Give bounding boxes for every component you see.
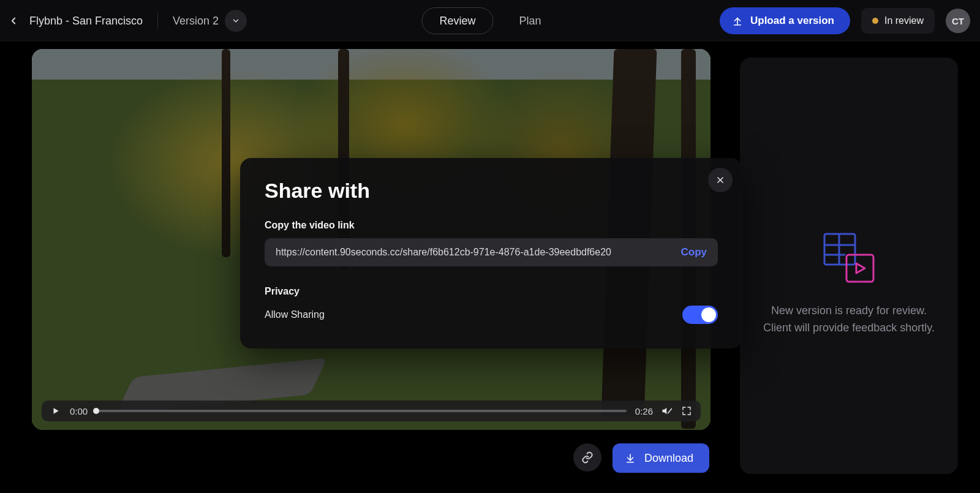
status-dot-icon xyxy=(872,18,878,24)
upload-version-button[interactable]: Upload a version xyxy=(720,7,850,34)
copy-button[interactable]: Copy xyxy=(681,246,707,258)
avatar[interactable]: CT xyxy=(946,9,970,33)
tab-review[interactable]: Review xyxy=(421,7,493,34)
review-message-line: Client will provide feedback shortly. xyxy=(763,320,935,337)
chevron-down-icon xyxy=(232,17,240,25)
review-illustration xyxy=(821,229,877,285)
privacy-heading: Privacy xyxy=(265,286,718,297)
app-header: Flybnb - San Francisco Version 2 Review … xyxy=(0,0,980,42)
share-modal: Share with Copy the video link https://c… xyxy=(240,158,742,348)
avatar-initials: CT xyxy=(952,16,964,26)
play-button[interactable] xyxy=(50,405,61,416)
chevron-left-icon xyxy=(8,15,19,26)
share-link-button[interactable] xyxy=(573,443,601,472)
svg-marker-12 xyxy=(856,263,865,273)
volume-muted-icon xyxy=(662,405,673,416)
download-button[interactable]: Download xyxy=(612,443,709,473)
upload-icon xyxy=(732,15,743,26)
fullscreen-icon xyxy=(682,406,692,416)
download-label: Download xyxy=(644,452,693,465)
divider xyxy=(157,12,158,29)
svg-marker-2 xyxy=(54,408,59,413)
toggle-knob xyxy=(701,307,716,322)
time-current: 0:00 xyxy=(70,406,88,416)
time-total: 0:26 xyxy=(635,406,653,416)
tab-plan[interactable]: Plan xyxy=(502,7,559,34)
version-dropdown[interactable] xyxy=(225,10,247,32)
allow-sharing-label: Allow Sharing xyxy=(265,309,325,320)
video-controls: 0:00 0:26 xyxy=(42,401,701,421)
download-icon xyxy=(625,453,636,464)
share-url-field[interactable]: https://content.90seconds.cc/share/f6b61… xyxy=(265,238,718,266)
share-url-text: https://content.90seconds.cc/share/f6b61… xyxy=(276,247,671,258)
project-title: Flybnb - San Francisco xyxy=(29,15,143,28)
tab-label: Review xyxy=(439,15,475,28)
tab-label: Plan xyxy=(519,15,541,28)
close-icon xyxy=(716,176,725,184)
mute-button[interactable] xyxy=(662,405,673,416)
review-message: New version is ready for review. Client … xyxy=(763,303,935,337)
svg-rect-11 xyxy=(846,255,873,282)
upload-label: Upload a version xyxy=(750,15,834,27)
close-button[interactable] xyxy=(708,168,733,192)
svg-marker-3 xyxy=(663,408,667,415)
svg-line-4 xyxy=(668,408,672,413)
status-text: In review xyxy=(884,15,924,26)
modal-title: Share with xyxy=(265,179,718,203)
copy-link-label: Copy the video link xyxy=(265,220,718,231)
version-label: Version 2 xyxy=(173,15,219,28)
review-message-line: New version is ready for review. xyxy=(763,303,935,320)
play-icon xyxy=(51,407,60,415)
link-icon xyxy=(581,451,594,464)
fullscreen-button[interactable] xyxy=(681,405,692,416)
review-side-panel: New version is ready for review. Client … xyxy=(740,58,958,474)
progress-handle[interactable] xyxy=(93,408,99,414)
back-button[interactable] xyxy=(6,13,21,28)
status-badge: In review xyxy=(861,8,935,34)
progress-bar[interactable] xyxy=(96,410,627,412)
allow-sharing-toggle[interactable] xyxy=(682,306,718,324)
